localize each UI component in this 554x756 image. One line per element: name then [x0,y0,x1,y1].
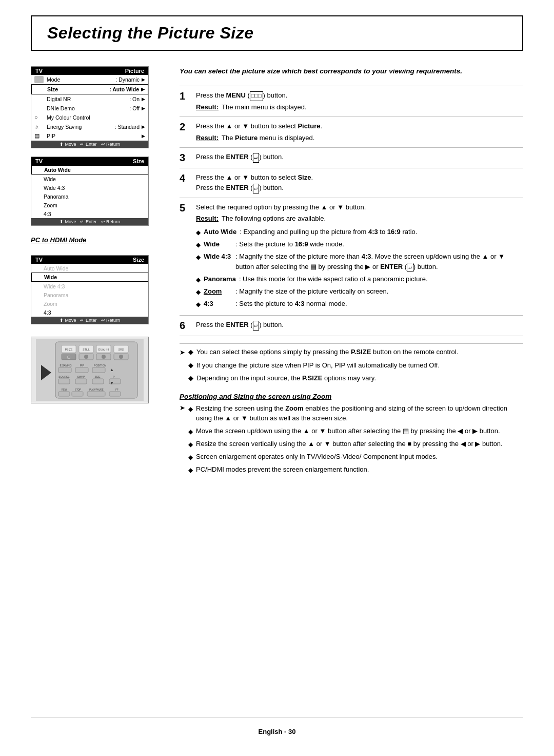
hdmi-autowide-label: Auto Wide [34,265,145,272]
svg-rect-30 [58,379,70,384]
intro-text: You can select the picture size which be… [180,66,523,76]
colour-label: My Colour Control [45,114,145,121]
svg-text:▼: ▼ [110,381,114,385]
option-zoom: ◆ Zoom : Magnify the size of the picture… [196,286,523,297]
menu-row-dnie: DNIe Demo : Off ▶ [31,104,148,113]
option-def-wide: : Sets the picture to 16:9 wide mode. [235,239,523,249]
size-label: Size [45,86,109,92]
option-term-autowide: Auto Wide [204,227,236,237]
hdmi-size-row-wide43: Wide 4:3 [31,282,148,290]
diamond-autowide: ◆ [196,228,201,237]
footer-enter-1: ↵ Enter [80,142,96,147]
tv-menu-title-3: Size [133,257,144,263]
note-bullet-3: ◆ [188,373,193,383]
pip-label: PIP [45,133,142,139]
size-row-zoom: Zoom [31,201,148,209]
footer-text: English - 30 [259,728,296,735]
option-def-wide43: : Magnify the size of the picture more t… [235,251,523,272]
tv-menu-title-1: Picture [125,68,144,74]
size-row-43: 4:3 [31,209,148,218]
menu-row-pip: ▤ PIP ▶ [31,131,148,141]
energy-arrow: ▶ [142,124,145,129]
wide-label: Wide [34,176,145,182]
svg-text:PLAY/PAUSE: PLAY/PAUSE [89,389,103,391]
positioning-section: Positioning and Sizing the screen using … [180,386,523,480]
footer-return-3: ↩ Return [101,318,121,323]
step-1-result: Result: The main menu is displayed. [196,102,523,112]
energy-label: Energy Saving [45,124,115,130]
option-def-43: : Sets the picture to 4:3 normal mode. [235,299,523,309]
tv-menu-picture-footer: ⬆ Move ↵ Enter ↩ Return [31,141,148,148]
pos-bullet-1: ◆ Resizing the screen using the Zoom ena… [188,403,523,423]
option-43: ◆ 4:3 : Sets the picture to 4:3 normal m… [196,299,523,309]
footer-return-1: ↩ Return [101,142,121,147]
steps-table: 1 Press the MENU (□□□) button. Result: T… [180,86,523,336]
step-3-row: 3 Press the ENTER (↵) button. [180,147,523,168]
tv-menu-size-hdmi-footer: ⬆ Move ↵ Enter ↩ Return [31,317,148,324]
step-2-row: 2 Press the ▲ or ▼ button to select Pict… [180,117,523,147]
svg-rect-39 [58,392,70,396]
step-4-num: 4 [180,168,194,198]
size-row-wide43: Wide 4:3 [31,183,148,192]
dnr-label: Digital NR [45,96,129,102]
note-row-1: ➤ ◆ You can select these options simply … [180,347,523,358]
hdmi-size-row-43: 4:3 [31,308,148,317]
note-text-1: You can select these options simply by p… [196,347,458,357]
step-2-result-text: The Picture menu is displayed. [222,133,314,143]
note-text-3: Depending on the input source, the P.SIZ… [196,373,376,383]
svg-text:▲: ▲ [110,367,114,372]
hdmi-43-label: 4:3 [34,309,145,316]
svg-text:FF: FF [115,389,118,391]
pos-text-4: Screen enlargement operates only in TV/V… [196,452,438,462]
dnie-arrow: ▶ [142,106,145,111]
hdmi-size-row-autowide: Auto Wide [31,264,148,273]
pos-diamond-2: ◆ [188,427,193,436]
pos-diamond-5: ◆ [188,466,193,475]
option-def-autowide: : Expanding and pulling up the picture f… [240,227,523,237]
dnie-icon [34,105,44,112]
svg-text:E.SAVING: E.SAVING [60,364,71,367]
menu-row-size: Size : Auto Wide ▶ [31,84,148,94]
size-arrow: ▶ [141,87,145,92]
note-row-2: ➤ ◆ If you change the picture size when … [180,360,523,371]
footer-return-2: ↩ Return [101,219,121,224]
option-term-zoom: Zoom [204,286,232,297]
footer-move-3: ⬆ Move [60,318,76,323]
footer-move-2: ⬆ Move [60,219,76,224]
step-3-num: 3 [180,147,194,168]
tv-menu-picture-body: Mode : Dynamic ▶ Size : Auto Wide ▶ Digi… [31,75,148,141]
page-title: Selecting the Picture Size [47,24,253,42]
pos-text-2: Move the screen up/down using the ▲ or ▼… [196,426,500,436]
autowide-label: Auto Wide [35,167,145,173]
svg-text:SOURCE: SOURCE [58,375,70,378]
option-term-wide43: Wide 4:3 [204,251,232,262]
svg-text:REW: REW [62,389,67,391]
menu-row-colour: ○ My Colour Control [31,113,148,122]
pc-hdmi-label: PC to HDMI Mode [31,236,164,244]
tv-label-2: TV [35,158,43,164]
note-row-3: ➤ ◆ Depending on the input source, the P… [180,373,523,384]
options-list: ◆ Auto Wide : Expanding and pulling up t… [196,227,523,309]
dnie-value: : Off [129,105,140,111]
svg-text:SWAP: SWAP [77,375,85,378]
svg-rect-24 [92,367,105,373]
mode-value: : Dynamic [115,76,140,83]
diamond-43: ◆ [196,300,201,309]
step-4-content: Press the ▲ or ▼ button to select Size. … [194,168,523,198]
pic-icon [34,76,44,83]
diamond-wide43: ◆ [196,253,201,262]
hdmi-zoom-label: Zoom [34,301,145,307]
step-4-row: 4 Press the ▲ or ▼ button to select Size… [180,168,523,198]
tv-menu-size-hdmi-body: Auto Wide Wide Wide 4:3 Panorama Zoom [31,264,148,317]
positioning-notes-list: ◆ Resizing the screen using the Zoom ena… [188,403,523,477]
svg-text:STILL: STILL [83,348,90,351]
note-text-2: If you change the picture size when PIP … [196,360,440,371]
svg-point-14 [84,355,88,359]
pos-bullet-3: ◆ Resize the screen vertically using the… [188,439,523,449]
dnr-value: : On [129,96,140,102]
panorama-label: Panorama [34,193,145,200]
pip-icon: ▤ [34,132,44,140]
note-arrow-1: ➤ [180,347,185,358]
energy-icon: ☼ [34,123,44,130]
pip-arrow: ▶ [142,133,145,139]
